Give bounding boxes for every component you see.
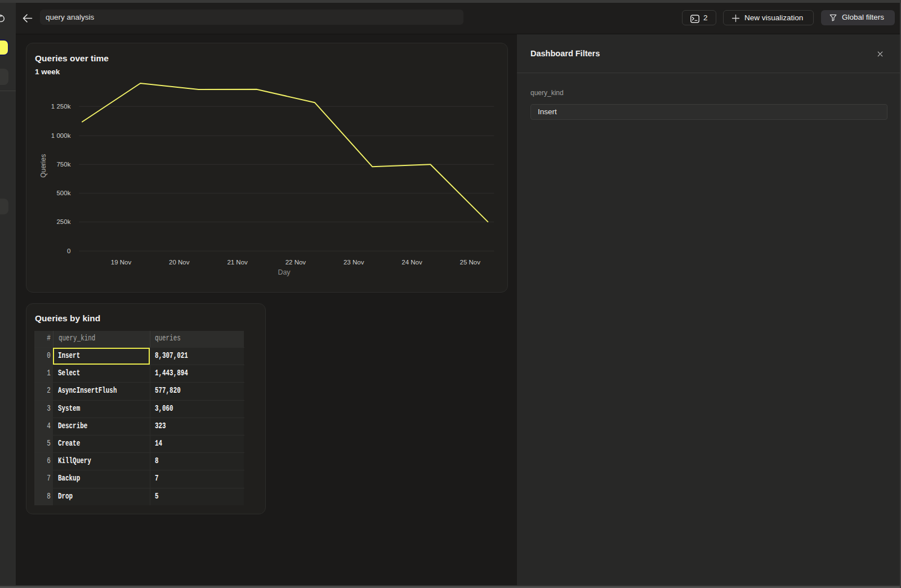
svg-text:1 000k: 1 000k xyxy=(51,132,71,139)
svg-text:22 Nov: 22 Nov xyxy=(286,259,306,266)
svg-text:0: 0 xyxy=(67,248,70,254)
svg-text:Queries: Queries xyxy=(39,154,47,178)
svg-text:Day: Day xyxy=(278,268,291,276)
svg-text:500k: 500k xyxy=(56,190,70,196)
svg-text:1 week: 1 week xyxy=(35,68,60,76)
svg-text:Queries over time: Queries over time xyxy=(35,53,109,63)
svg-text:25 Nov: 25 Nov xyxy=(460,259,481,266)
svg-text:24 Nov: 24 Nov xyxy=(402,259,422,266)
svg-text:750k: 750k xyxy=(56,161,70,168)
svg-text:19 Nov: 19 Nov xyxy=(111,259,132,266)
svg-text:250k: 250k xyxy=(56,218,70,225)
svg-text:23 Nov: 23 Nov xyxy=(344,259,364,266)
svg-text:20 Nov: 20 Nov xyxy=(169,259,190,266)
svg-text:21 Nov: 21 Nov xyxy=(227,259,248,266)
svg-text:1 250k: 1 250k xyxy=(51,103,71,110)
